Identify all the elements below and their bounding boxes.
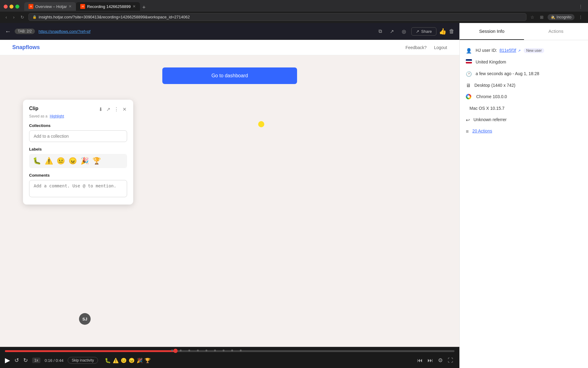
label-warning[interactable]: ⚠️: [44, 156, 54, 166]
tab-overview-hotjar[interactable]: H Overview – Hotjar ✕: [24, 2, 76, 11]
country-row: United Kingdom: [466, 59, 582, 65]
hotjar-favicon: H: [28, 4, 33, 9]
skip-back-button[interactable]: ↺: [14, 357, 19, 364]
right-panel: Session Info Actions 👤 HJ user ID: 811e5…: [459, 23, 588, 368]
page-url-display[interactable]: https://snapflows.com/?ref=pf: [39, 29, 372, 34]
label-trophy[interactable]: 🏆: [92, 156, 101, 166]
first-frame-button[interactable]: ⏮: [416, 356, 424, 365]
clip-more-button[interactable]: ⋮: [113, 106, 119, 113]
new-tab-button[interactable]: +: [140, 4, 148, 11]
highlight-link[interactable]: Highlight: [50, 114, 64, 118]
browser-row: Chrome 103.0.0: [466, 94, 582, 100]
play-button[interactable]: ▶: [5, 356, 10, 364]
skip-forward-button[interactable]: ↻: [23, 357, 28, 364]
copy-icon[interactable]: ⧉: [376, 27, 385, 36]
browser-chrome: H Overview – Hotjar ✕ H Recording 142662…: [0, 0, 588, 23]
clip-share-button[interactable]: ↗: [106, 106, 111, 113]
tab-actions[interactable]: Actions: [524, 23, 588, 40]
address-bar[interactable]: 🔒 insights.hotjar.com/?site=3090413&reco…: [28, 13, 526, 21]
incognito-label: Incognito: [556, 15, 571, 19]
speed-button[interactable]: 1x: [32, 358, 40, 363]
time-total: 0:44: [56, 358, 63, 363]
referrer-icon: ↩: [466, 117, 470, 123]
timeline-dot: [188, 350, 190, 351]
share-button[interactable]: ↗ Share: [411, 27, 436, 36]
uk-flag-icon: [466, 59, 472, 63]
label-bug[interactable]: 🐛: [32, 156, 42, 166]
clip-subtitle: Saved as a Highlight: [29, 114, 127, 118]
logout-link[interactable]: Logout: [434, 45, 447, 50]
external-link-icon[interactable]: ↗: [387, 27, 397, 36]
user-id-text: HJ user ID: 811e5f3f ↗ New user: [476, 48, 544, 54]
tab-close-1[interactable]: ✕: [69, 4, 72, 9]
comment-input[interactable]: [29, 180, 127, 197]
collection-input[interactable]: [29, 130, 127, 142]
time-display: 0:16 / 0:44: [45, 358, 63, 363]
incognito-badge[interactable]: 🕵 Incognito: [548, 14, 575, 20]
last-frame-button[interactable]: ⏭: [426, 356, 434, 365]
emoji-trophy: 🏆: [145, 358, 151, 363]
timeline-bar[interactable]: [5, 350, 454, 352]
device-text: Desktop (1440 x 742): [474, 82, 515, 89]
reload-button[interactable]: ↻: [19, 14, 26, 20]
player-back-button[interactable]: ←: [5, 28, 11, 35]
maximize-window-button[interactable]: [15, 5, 19, 9]
chrome-menu-button[interactable]: ⋮: [577, 14, 584, 20]
tab-label-recording: Recording 14266258899: [87, 4, 130, 9]
controls-row: ▶ ↺ ↻ 1x 0:16 / 0:44 Skip inactivity 🐛 ⚠…: [5, 354, 454, 368]
playback-controls-right: Skip inactivity: [68, 357, 98, 364]
timeline-dot: [214, 350, 216, 351]
timeline-avatar: SJ: [79, 313, 91, 325]
user-type-badge: New user: [524, 48, 544, 53]
back-button[interactable]: ‹: [4, 14, 9, 20]
panel-content: 👤 HJ user ID: 811e5f3f ↗ New user United…: [460, 40, 588, 368]
label-neutral[interactable]: 😐: [56, 156, 66, 166]
label-celebrate[interactable]: 🎉: [80, 156, 89, 166]
delete-button[interactable]: 🗑: [449, 28, 454, 35]
skip-inactivity-button[interactable]: Skip inactivity: [68, 357, 98, 364]
label-angry[interactable]: 😠: [68, 156, 77, 166]
chrome-icon: [466, 94, 471, 99]
website-header: Snapflows Feedback? Logout: [0, 40, 459, 55]
settings-button[interactable]: ⚙: [437, 356, 444, 365]
actions-link[interactable]: 20 Actions: [472, 128, 492, 133]
timeline-dot: [197, 350, 199, 351]
forward-button[interactable]: ›: [11, 14, 17, 20]
clip-download-button[interactable]: ⬇: [98, 106, 103, 113]
country-text: United Kingdom: [476, 59, 506, 65]
like-button[interactable]: 👍: [439, 28, 447, 35]
website-content: Snapflows Feedback? Logout Go to dashboa…: [0, 40, 459, 347]
clip-close-button[interactable]: ✕: [122, 106, 127, 113]
tab-close-2[interactable]: ✕: [133, 4, 136, 9]
user-id-value[interactable]: 811e5f3f: [499, 48, 516, 53]
browser-menu-button[interactable]: ⋮: [577, 3, 584, 10]
tab-session-info[interactable]: Session Info: [460, 23, 524, 40]
fullscreen-button[interactable]: ⛶: [447, 356, 454, 365]
labels-label: Labels: [29, 147, 127, 151]
tab-recording[interactable]: H Recording 14266258899 ✕: [76, 2, 140, 11]
go-to-dashboard-button[interactable]: Go to dashboard: [162, 67, 297, 84]
incognito-icon: 🕵: [551, 15, 555, 19]
website-main: Go to dashboard: [0, 55, 459, 96]
emoji-bug: 🐛: [105, 358, 111, 363]
website-logo[interactable]: Snapflows: [12, 44, 40, 51]
external-link-icon: ↗: [518, 49, 521, 52]
user-icon: 👤: [466, 48, 472, 54]
extension-button[interactable]: ⊞: [538, 14, 545, 20]
close-window-button[interactable]: [4, 5, 8, 9]
actions-icon: ≡: [466, 129, 469, 134]
timeline-dot: [223, 350, 224, 351]
lock-icon: 🔒: [32, 15, 37, 19]
minimize-window-button[interactable]: [9, 5, 13, 9]
timeline-dot: [240, 350, 242, 351]
feedback-link[interactable]: Feedback?: [405, 45, 427, 50]
browser-tabs: H Overview – Hotjar ✕ H Recording 142662…: [24, 2, 575, 11]
clip-header-actions: ⬇ ↗ ⋮ ✕: [98, 106, 127, 113]
emoji-angry: 😠: [129, 358, 135, 363]
timeline-dot: [231, 350, 233, 351]
emoji-neutral: 😐: [121, 358, 127, 363]
inspect-icon[interactable]: ◎: [399, 27, 409, 36]
bookmark-button[interactable]: ☆: [529, 14, 536, 20]
website-viewport: Snapflows Feedback? Logout Go to dashboa…: [0, 40, 459, 347]
time-current: 0:16: [45, 358, 52, 363]
